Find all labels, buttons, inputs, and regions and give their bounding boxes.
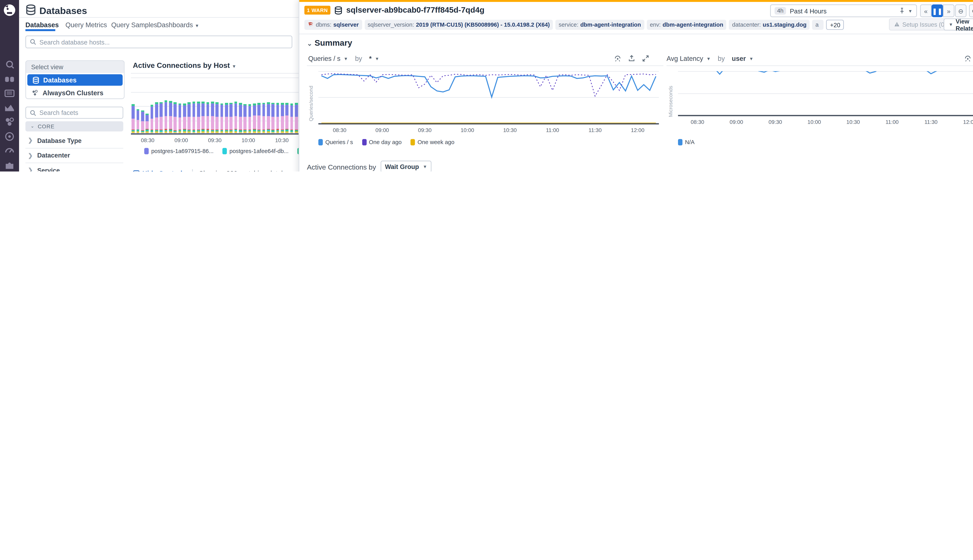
legend-item[interactable]: postgres-1a697915-86... bbox=[144, 148, 214, 154]
qps-chart[interactable]: 10k5k0k08:3009:0009:3010:0010:3011:0011:… bbox=[318, 71, 659, 136]
view-label: AlwaysOn Clusters bbox=[43, 89, 104, 97]
apm-icon[interactable] bbox=[5, 131, 15, 141]
metrics-icon[interactable] bbox=[5, 102, 15, 113]
tag-service[interactable]: service:dbm-agent-integration bbox=[555, 20, 644, 30]
x-tick: 10:00 bbox=[241, 137, 255, 143]
view-label: Databases bbox=[43, 76, 77, 84]
x-tick: 09:30 bbox=[769, 119, 782, 125]
service-gauge-icon[interactable] bbox=[5, 145, 15, 155]
forward-button[interactable]: » bbox=[943, 5, 955, 17]
latency-chart[interactable]: 400200008:3009:0009:3010:0010:3011:0011:… bbox=[678, 71, 973, 136]
x-tick: 09:30 bbox=[418, 127, 431, 133]
tab-dashboards[interactable]: Dashboards ▼ bbox=[157, 21, 199, 28]
infrastructure-icon[interactable] bbox=[5, 117, 15, 127]
search-icon bbox=[30, 110, 36, 116]
x-tick: 11:00 bbox=[885, 119, 898, 125]
alert-icon[interactable] bbox=[964, 55, 971, 62]
view-related-button[interactable]: ▼ View Related bbox=[944, 18, 973, 30]
x-tick: 11:30 bbox=[925, 119, 937, 125]
viewport: ? Databases Databases Query Metrics Quer… bbox=[0, 0, 973, 172]
chevron-down-icon[interactable]: ▼ bbox=[908, 8, 913, 13]
tag-env[interactable]: env:dbm-agent-integration bbox=[647, 20, 726, 30]
search-placeholder: Search database hosts... bbox=[39, 38, 110, 45]
hide-controls-link[interactable]: Hide Controls bbox=[133, 170, 186, 172]
time-label: Past 4 Hours bbox=[790, 7, 827, 14]
tag-datacenter[interactable]: datacenter:us1.staging.dog bbox=[729, 20, 810, 30]
warning-triangle-icon bbox=[894, 22, 899, 27]
showing-count: Showing 330 matching databases bbox=[199, 170, 299, 172]
refresh-button[interactable]: ⟳ bbox=[969, 5, 973, 17]
latency-metric-selector[interactable]: Avg Latency▼ by user▼ bbox=[667, 55, 754, 62]
integrations-icon[interactable] bbox=[5, 160, 15, 170]
tag-a[interactable]: a bbox=[812, 20, 824, 30]
x-tick: 10:30 bbox=[275, 137, 289, 143]
tab-databases[interactable]: Databases bbox=[25, 21, 59, 28]
legend-item[interactable]: N/A bbox=[678, 139, 694, 145]
latency-legend: N/A bbox=[678, 139, 694, 145]
legend-item[interactable]: One week ago bbox=[411, 139, 455, 145]
legend-item[interactable]: Queries / s bbox=[318, 139, 353, 145]
tags-more-chip[interactable]: +20 bbox=[826, 20, 844, 30]
view-databases[interactable]: Databases bbox=[27, 74, 123, 86]
qps-legend: Queries / sOne day agoOne week ago bbox=[318, 139, 455, 145]
x-tick: 09:00 bbox=[729, 119, 743, 125]
tag-sqlserver_version[interactable]: sqlserver_version:2019 (RTM-CU15) (KB500… bbox=[364, 20, 553, 30]
legend-item[interactable]: postgres-1afee64f-db... bbox=[222, 148, 289, 154]
watchdog-icon[interactable] bbox=[5, 74, 15, 84]
x-tick: 12:00 bbox=[631, 127, 644, 133]
summary-section-header[interactable]: ⌄ Summary bbox=[307, 38, 352, 48]
tag-dbms[interactable]: dbms:sqlserver bbox=[304, 20, 362, 30]
pin-icon[interactable] bbox=[899, 8, 905, 14]
export-icon[interactable] bbox=[628, 55, 635, 62]
facet-database-type[interactable]: ❯Database Type bbox=[25, 133, 124, 148]
database-icon bbox=[32, 77, 40, 83]
host-connections-chart[interactable]: 800600400200008:3009:0009:3010:0010:30 bbox=[131, 77, 299, 153]
view-alwayson-clusters[interactable]: AlwaysOn Clusters bbox=[26, 87, 124, 98]
x-tick: 10:00 bbox=[461, 127, 474, 133]
search-icon[interactable] bbox=[5, 60, 15, 70]
x-tick: 09:00 bbox=[375, 127, 389, 133]
warn-badge[interactable]: 1 WARN bbox=[304, 6, 331, 15]
database-icon bbox=[334, 6, 342, 14]
search-icon bbox=[30, 39, 36, 45]
dashboards-icon[interactable] bbox=[5, 88, 15, 98]
x-tick: 12:00 bbox=[963, 119, 973, 125]
qps-metric-selector[interactable]: Queries / s▼ by *▼ bbox=[308, 55, 379, 62]
alert-icon[interactable] bbox=[614, 55, 621, 62]
database-icon bbox=[25, 5, 37, 15]
tab-query-samples[interactable]: Query Samples bbox=[111, 21, 157, 28]
pause-button[interactable]: ❚❚ bbox=[931, 5, 943, 17]
tags-row: dbms:sqlserversqlserver_version:2019 (RT… bbox=[304, 20, 879, 30]
host-detail-panel: 1 WARN sqlserver-ab9bcab0-f77ff845d-7qd4… bbox=[299, 0, 973, 172]
x-tick: 11:00 bbox=[546, 127, 559, 133]
datadog-logo-icon[interactable] bbox=[3, 3, 17, 17]
hide-controls-icon bbox=[133, 170, 140, 172]
select-view-box: Select view Databases AlwaysOn Clusters bbox=[25, 60, 125, 99]
tab-query-metrics[interactable]: Query Metrics bbox=[65, 21, 107, 28]
zoom-out-button[interactable]: ⊖ bbox=[955, 5, 966, 17]
x-tick: 10:00 bbox=[807, 119, 821, 125]
search-database-hosts-input[interactable]: Search database hosts... bbox=[25, 36, 292, 48]
wait-group-dropdown[interactable]: Wait Group▼ bbox=[380, 161, 431, 172]
time-range-selector[interactable]: 4h Past 4 Hours ▼ bbox=[770, 5, 917, 17]
facet-datacenter[interactable]: ❯Datacenter bbox=[25, 148, 124, 163]
expand-icon[interactable] bbox=[642, 55, 649, 62]
active-tab-underline bbox=[25, 29, 55, 31]
setup-issues-button[interactable]: Setup Issues (0) bbox=[889, 18, 951, 30]
header-divider bbox=[19, 17, 299, 18]
legend-item[interactable]: One day ago bbox=[362, 139, 402, 145]
search-facets-input[interactable]: Search facets bbox=[25, 107, 124, 119]
x-tick: 08:30 bbox=[141, 137, 154, 143]
host-chart-title[interactable]: Active Connections by Host ▼ bbox=[133, 62, 236, 69]
panel-warn-topbar bbox=[299, 0, 973, 2]
panel-title: sqlserver-ab9bcab0-f77ff845d-7qd4g bbox=[346, 6, 484, 15]
x-tick: 08:30 bbox=[690, 119, 704, 125]
backward-button[interactable]: « bbox=[920, 5, 931, 17]
x-tick: 08:30 bbox=[333, 127, 346, 133]
facet-group-core[interactable]: ⌄CORE bbox=[25, 121, 124, 132]
x-tick: 09:30 bbox=[208, 137, 221, 143]
facet-service[interactable]: ❯Service bbox=[25, 163, 124, 172]
select-view-label: Select view bbox=[26, 61, 124, 73]
page-title: Databases bbox=[39, 5, 87, 16]
search-facets-placeholder: Search facets bbox=[39, 109, 78, 116]
